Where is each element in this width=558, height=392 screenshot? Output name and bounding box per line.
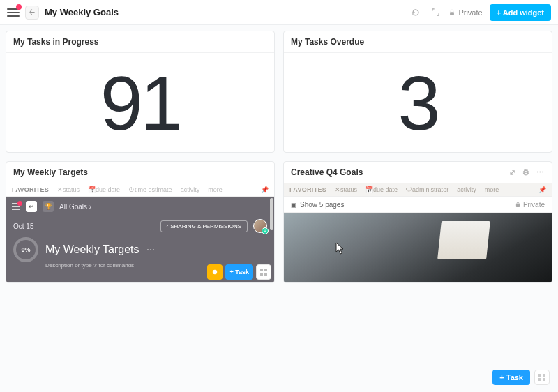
tasks-overdue-value: 3 bbox=[284, 53, 552, 152]
embedded-filter-bar: FAVORITES ✕status 📅due date ⏱time estima… bbox=[6, 183, 274, 197]
settings-gear-icon[interactable]: ⚙ bbox=[521, 167, 531, 177]
favorites-label: FAVORITES bbox=[289, 186, 326, 193]
filter-administrator[interactable]: 🛡administrator bbox=[406, 186, 448, 193]
lock-icon bbox=[448, 9, 455, 16]
filter-activity[interactable]: activity bbox=[181, 186, 200, 193]
expand-icon[interactable]: ⤢ bbox=[507, 167, 517, 177]
embedded-privacy[interactable]: Private bbox=[515, 201, 545, 209]
svg-rect-5 bbox=[264, 273, 267, 276]
expand-icon[interactable] bbox=[429, 6, 442, 19]
add-widget-button[interactable]: + Add widget bbox=[490, 4, 551, 21]
widget-creative-goals: Creative Q4 Goals ⤢ ⚙ ⋯ FAVORITES ✕statu… bbox=[283, 161, 552, 283]
trophy-icon[interactable]: 🏆 bbox=[43, 201, 54, 212]
filter-more[interactable]: more bbox=[208, 186, 223, 193]
global-new-task-button[interactable]: + Task bbox=[492, 370, 530, 385]
date-label: Oct 15 bbox=[13, 223, 33, 230]
widget-weekly-targets: My Weekly Targets FAVORITES ✕status 📅due… bbox=[6, 161, 275, 283]
progress-ring: 0% bbox=[13, 237, 38, 262]
top-right-actions: Private + Add widget bbox=[409, 4, 551, 21]
widget-tasks-overdue: My Tasks Overdue 3 bbox=[283, 31, 552, 153]
record-button[interactable] bbox=[207, 264, 223, 280]
svg-rect-2 bbox=[260, 269, 263, 271]
svg-rect-0 bbox=[450, 12, 454, 15]
svg-rect-10 bbox=[543, 378, 545, 381]
filter-time-estimate[interactable]: ⏱time estimate bbox=[128, 186, 172, 193]
widget-title: My Tasks in Progress bbox=[6, 31, 274, 53]
svg-rect-8 bbox=[543, 374, 545, 377]
embed-back-icon[interactable]: ↩ bbox=[26, 201, 37, 212]
embedded-goals-panel: ↩ 🏆 All Goals › Oct 15 ‹ SHARING & PERMI… bbox=[6, 197, 274, 282]
favorites-label: FAVORITES bbox=[12, 186, 49, 193]
svg-rect-4 bbox=[260, 273, 263, 276]
all-goals-breadcrumb[interactable]: All Goals › bbox=[59, 203, 91, 211]
filter-due-date[interactable]: 📅due date bbox=[88, 186, 120, 193]
privacy-label: Private bbox=[458, 8, 482, 17]
filter-due-date[interactable]: 📅due date bbox=[365, 186, 398, 193]
filter-activity[interactable]: activity bbox=[457, 186, 476, 193]
more-options-icon[interactable]: ⋯ bbox=[146, 245, 155, 255]
floating-action-bar: + Task bbox=[492, 370, 550, 385]
filter-status[interactable]: ✕status bbox=[57, 186, 80, 193]
widget-title: My Tasks Overdue bbox=[284, 31, 552, 53]
lock-icon bbox=[515, 202, 521, 208]
privacy-toggle[interactable]: Private bbox=[448, 8, 482, 17]
page-title: My Weekly Goals bbox=[45, 7, 404, 17]
apps-grid-icon[interactable] bbox=[256, 264, 271, 280]
embed-menu-icon[interactable] bbox=[12, 203, 20, 210]
more-options-icon[interactable]: ⋯ bbox=[535, 167, 545, 177]
svg-rect-9 bbox=[538, 378, 541, 381]
svg-point-1 bbox=[213, 270, 217, 274]
widget-title: Creative Q4 Goals bbox=[291, 167, 363, 177]
notification-dot-icon bbox=[16, 4, 22, 10]
back-button[interactable] bbox=[25, 6, 39, 20]
top-bar: My Weekly Goals Private + Add widget bbox=[0, 0, 558, 25]
filter-more[interactable]: more bbox=[485, 186, 499, 193]
svg-rect-6 bbox=[516, 204, 520, 207]
embedded-title: My Weekly Targets bbox=[45, 243, 140, 256]
mouse-cursor-icon bbox=[335, 242, 347, 255]
collapse-icon[interactable]: ▣ bbox=[291, 202, 297, 209]
menu-hamburger-icon[interactable] bbox=[7, 6, 20, 19]
apps-grid-icon[interactable] bbox=[534, 370, 550, 385]
refresh-icon[interactable] bbox=[409, 6, 422, 19]
dashboard-grid: My Tasks in Progress 91 My Tasks Overdue… bbox=[0, 25, 558, 289]
svg-rect-3 bbox=[264, 269, 267, 271]
svg-rect-7 bbox=[538, 374, 541, 377]
pin-icon[interactable]: 📌 bbox=[538, 186, 546, 193]
embedded-filter-bar: FAVORITES ✕status 📅due date 🛡administrat… bbox=[284, 183, 552, 197]
cover-image bbox=[284, 213, 552, 282]
widget-tasks-in-progress: My Tasks in Progress 91 bbox=[6, 31, 275, 153]
show-pages-label[interactable]: Show 5 pages bbox=[300, 201, 344, 209]
tasks-in-progress-value: 91 bbox=[6, 53, 274, 152]
sharing-permissions-button[interactable]: ‹ SHARING & PERMISSIONS bbox=[160, 220, 248, 232]
pin-icon[interactable]: 📌 bbox=[261, 186, 269, 193]
scrollbar-thumb[interactable] bbox=[270, 198, 273, 230]
add-user-icon[interactable]: + bbox=[262, 227, 269, 234]
widget-title: My Weekly Targets bbox=[6, 162, 274, 183]
new-task-button[interactable]: + Task bbox=[225, 264, 253, 280]
filter-status[interactable]: ✕status bbox=[335, 186, 357, 193]
